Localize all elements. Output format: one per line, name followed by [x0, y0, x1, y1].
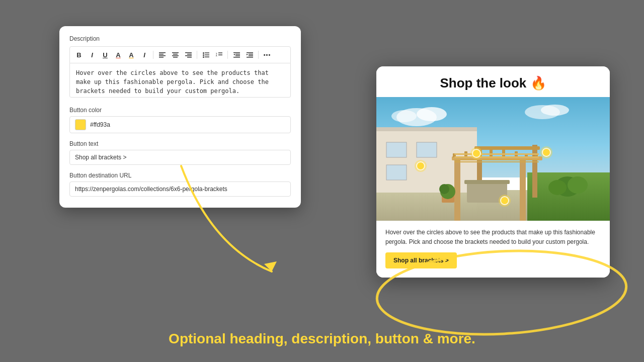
button-url-label: Button destination URL [69, 172, 291, 179]
toolbar-sep-4 [258, 51, 259, 59]
svg-rect-25 [233, 57, 240, 58]
svg-rect-63 [454, 159, 539, 160]
svg-point-35 [417, 107, 447, 121]
button-url-input[interactable] [69, 182, 291, 197]
svg-rect-21 [218, 54, 222, 55]
list-ul-button[interactable] [200, 49, 212, 61]
svg-marker-32 [264, 261, 277, 272]
outdent-button[interactable] [230, 49, 243, 61]
svg-rect-42 [417, 142, 437, 157]
svg-rect-10 [185, 55, 192, 56]
color-row[interactable]: #ffd93a [69, 116, 291, 133]
svg-rect-28 [249, 54, 253, 55]
description-textarea[interactable]: Hover over the circles above to see the … [69, 63, 291, 98]
svg-rect-40 [376, 127, 477, 131]
highlight-button[interactable]: A [125, 49, 137, 61]
svg-rect-9 [187, 54, 192, 55]
preview-image-svg [376, 97, 610, 221]
svg-marker-26 [233, 54, 235, 55]
svg-rect-5 [173, 54, 178, 55]
svg-rect-43 [386, 165, 407, 180]
description-label: Description [69, 35, 291, 42]
svg-rect-24 [235, 55, 240, 56]
preview-card: Shop the look 🔥 [376, 66, 610, 278]
svg-rect-61 [454, 153, 539, 155]
svg-rect-17 [205, 56, 209, 57]
svg-rect-4 [172, 52, 179, 53]
svg-rect-29 [249, 55, 253, 56]
preview-title: Shop the look 🔥 [376, 66, 610, 97]
toolbar-sep-1 [153, 51, 153, 59]
button-color-group: Button color #ffd93a [69, 107, 291, 133]
editor-card: Description B I U A A I 1.2. • [59, 26, 301, 208]
preview-image-container [376, 97, 610, 221]
svg-rect-41 [386, 142, 407, 157]
svg-marker-31 [247, 54, 248, 55]
svg-point-72 [548, 180, 567, 195]
align-center-button[interactable] [169, 49, 181, 61]
font-color-button[interactable]: A [112, 49, 124, 61]
preview-button[interactable]: Shop all brackets > [385, 252, 457, 268]
svg-rect-22 [233, 52, 240, 53]
svg-rect-48 [520, 156, 526, 221]
italic2-button[interactable]: I [138, 49, 150, 61]
svg-rect-19 [218, 52, 222, 53]
list-ol-button[interactable]: 1.2. [213, 49, 225, 61]
svg-rect-6 [172, 55, 179, 56]
svg-rect-64 [454, 161, 539, 162]
italic-button[interactable]: I [86, 49, 98, 61]
svg-point-38 [541, 105, 569, 116]
color-swatch[interactable] [75, 119, 86, 130]
align-left-button[interactable] [156, 49, 168, 61]
svg-rect-2 [159, 55, 166, 56]
button-text-input[interactable] [69, 150, 291, 165]
align-right-button[interactable] [182, 49, 194, 61]
button-color-label: Button color [69, 107, 291, 114]
svg-rect-66 [464, 180, 510, 184]
svg-rect-50 [532, 145, 537, 198]
svg-point-16 [203, 56, 204, 58]
indent-button[interactable] [244, 49, 256, 61]
svg-point-14 [203, 54, 204, 56]
toolbar: B I U A A I 1.2. ••• [69, 46, 291, 63]
hotspot-4[interactable] [500, 196, 509, 205]
svg-rect-1 [159, 54, 164, 55]
svg-point-36 [391, 110, 417, 122]
svg-rect-13 [205, 52, 209, 53]
toolbar-sep-2 [197, 51, 197, 59]
preview-description: Hover over the circles above to see the … [385, 228, 601, 246]
button-text-label: Button text [69, 140, 291, 147]
svg-rect-52 [474, 146, 540, 150]
color-hex-value: #ffd93a [90, 121, 110, 128]
svg-rect-15 [205, 54, 209, 55]
hotspot-1[interactable] [416, 161, 425, 170]
svg-rect-27 [247, 52, 253, 53]
svg-point-69 [439, 184, 449, 194]
svg-rect-7 [173, 57, 178, 58]
svg-rect-11 [187, 57, 192, 58]
svg-rect-8 [185, 52, 192, 53]
button-url-group: Button destination URL [69, 172, 291, 197]
svg-rect-47 [454, 157, 460, 221]
button-text-group: Button text [69, 140, 291, 165]
bottom-heading: Optional heading, description, button & … [0, 331, 644, 347]
svg-rect-0 [159, 52, 166, 53]
svg-point-12 [203, 52, 204, 54]
svg-rect-23 [235, 54, 240, 55]
toolbar-sep-3 [227, 51, 228, 59]
svg-rect-3 [159, 57, 164, 58]
svg-text:2.: 2. [216, 54, 217, 57]
svg-rect-62 [454, 156, 539, 158]
svg-point-71 [568, 176, 588, 194]
underline-button[interactable]: U [99, 49, 111, 61]
svg-rect-30 [247, 57, 253, 58]
bold-button[interactable]: B [73, 49, 85, 61]
more-button[interactable]: ••• [261, 49, 273, 61]
preview-content: Hover over the circles above to see the … [376, 221, 610, 278]
